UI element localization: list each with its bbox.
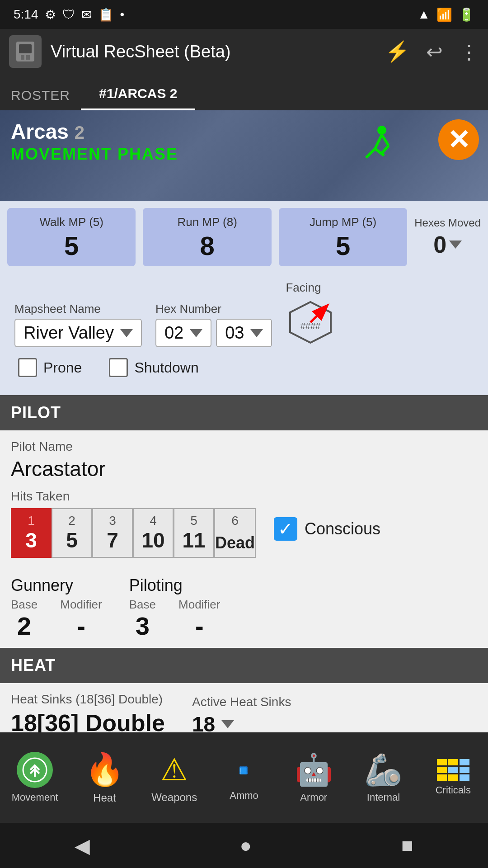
home-button[interactable]: ● xyxy=(239,834,252,857)
mail-icon: ✉ xyxy=(81,7,92,22)
svg-rect-2 xyxy=(21,55,24,60)
skills-row: Gunnery Base 2 Modifier - Piloting Base … xyxy=(11,576,477,639)
nav-armor-label: Armor xyxy=(300,792,327,803)
dot-icon: • xyxy=(120,7,125,22)
hits-label: Hits Taken xyxy=(11,489,477,504)
tab-main[interactable]: #1/ARCAS 2 xyxy=(81,79,195,110)
heat-icon: 🔥 xyxy=(85,751,124,788)
hit-box-3[interactable]: 3 7 xyxy=(92,508,133,558)
shutdown-checkbox[interactable] xyxy=(109,358,128,377)
nav-weapons-label: Weapons xyxy=(151,791,197,804)
conscious-checkbox[interactable]: ✓ xyxy=(274,517,297,541)
clipboard-icon: 📋 xyxy=(98,7,114,22)
mapsheet-dropdown-arrow[interactable] xyxy=(120,329,133,337)
nav-ammo[interactable]: 🔹 Ammo xyxy=(209,732,279,823)
movement-icon xyxy=(17,752,53,788)
conscious-row: ✓ Conscious xyxy=(274,508,380,541)
mp-row: Walk MP (5) 5 Run MP (8) 8 Jump MP (5) 5… xyxy=(7,208,481,266)
run-mp-box[interactable]: Run MP (8) 8 xyxy=(143,208,271,266)
hit-box-2[interactable]: 2 5 xyxy=(52,508,92,558)
mapsheet-row: Mapsheet Name River Valley Hex Number 02… xyxy=(7,274,481,347)
hexes-dropdown-arrow[interactable] xyxy=(449,241,462,249)
svg-line-6 xyxy=(366,149,375,158)
nav-movement-label: Movement xyxy=(12,792,58,803)
svg-line-8 xyxy=(382,135,389,146)
more-icon[interactable]: ⋮ xyxy=(459,40,479,63)
hex-number-field: Hex Number 02 03 xyxy=(155,302,272,347)
ammo-icon: 🔹 xyxy=(221,746,267,793)
hexes-moved-label: Hexes Moved xyxy=(414,217,481,229)
run-mp-label: Run MP (8) xyxy=(148,215,266,229)
hexes-moved-box: Hexes Moved 0 xyxy=(414,208,481,266)
heat-sinks-row: Heat Sinks (18[36] Double) 18[36] Double… xyxy=(11,692,477,736)
movement-phase: MOVEMENT PHASE xyxy=(11,145,178,164)
facing-field: Facing #### xyxy=(286,281,335,347)
svg-rect-1 xyxy=(19,44,32,53)
svg-point-4 xyxy=(377,126,386,135)
run-icon xyxy=(357,124,398,173)
nav-criticals[interactable]: Criticals xyxy=(418,732,488,823)
nav-movement[interactable]: Movement xyxy=(0,732,70,823)
jump-mp-value: 5 xyxy=(284,233,402,259)
prone-checkbox[interactable] xyxy=(18,358,37,377)
pilot-name-label: Pilot Name xyxy=(11,439,477,454)
close-button[interactable]: ✕ xyxy=(438,119,479,160)
nav-weapons[interactable]: ⚠ Weapons xyxy=(140,732,209,823)
svg-line-12 xyxy=(310,307,326,322)
app-title: Virtual RecSheet (Beta) xyxy=(51,42,376,61)
gunnery-label: Gunnery xyxy=(11,576,102,595)
pilot-section-header: PILOT xyxy=(0,395,488,430)
walk-mp-value: 5 xyxy=(13,233,130,259)
internal-icon: 🦾 xyxy=(364,752,403,788)
svg-rect-3 xyxy=(26,55,30,60)
app-bar: Virtual RecSheet (Beta) ⚡ ↩ ⋮ xyxy=(0,29,488,74)
nav-internal-label: Internal xyxy=(367,792,400,803)
piloting-label: Piloting xyxy=(129,576,221,595)
mapsheet-value[interactable]: River Valley xyxy=(14,319,142,347)
nav-internal[interactable]: 🦾 Internal xyxy=(348,732,418,823)
lightning-icon[interactable]: ⚡ xyxy=(385,40,410,63)
mapsheet-label: Mapsheet Name xyxy=(14,302,142,316)
movement-section: Walk MP (5) 5 Run MP (8) 8 Jump MP (5) 5… xyxy=(0,201,488,395)
status-right: ▲ 📶 🔋 xyxy=(418,7,474,22)
hit-box-1[interactable]: 1 3 xyxy=(11,508,52,558)
battery-icon: 🔋 xyxy=(459,7,474,22)
facing-label: Facing xyxy=(286,281,335,295)
tab-roster[interactable]: ROSTER xyxy=(0,80,81,110)
sys-nav: ◀ ● ■ xyxy=(0,823,488,868)
hex-row-arrow[interactable] xyxy=(250,329,263,337)
conscious-label: Conscious xyxy=(305,519,380,538)
status-left: 5:14 ⚙ 🛡 ✉ 📋 • xyxy=(14,7,124,22)
tab-bar: ROSTER #1/ARCAS 2 xyxy=(0,74,488,110)
walk-mp-box[interactable]: Walk MP (5) 5 xyxy=(7,208,136,266)
shutdown-label: Shutdown xyxy=(134,359,198,376)
nav-heat-label: Heat xyxy=(93,792,116,804)
mapsheet-field: Mapsheet Name River Valley xyxy=(14,302,142,347)
walk-mp-label: Walk MP (5) xyxy=(13,215,130,229)
undo-icon[interactable]: ↩ xyxy=(426,40,443,63)
heat-section-header: HEAT xyxy=(0,648,488,683)
recent-button[interactable]: ■ xyxy=(401,834,413,857)
facing-hex[interactable]: #### xyxy=(286,297,335,347)
hex-row-value[interactable]: 03 xyxy=(216,319,272,347)
status-bar: 5:14 ⚙ 🛡 ✉ 📋 • ▲ 📶 🔋 xyxy=(0,0,488,29)
criticals-icon xyxy=(437,759,469,781)
hit-box-dead[interactable]: 6 Dead xyxy=(214,508,256,558)
active-hs-arrow[interactable] xyxy=(221,720,234,728)
hex-col-arrow[interactable] xyxy=(190,329,202,337)
pilot-section: Pilot Name Arcastator Hits Taken 1 3 2 5… xyxy=(0,430,488,648)
pilot-name: Arcastator xyxy=(11,457,477,481)
nav-armor[interactable]: 🤖 Armor xyxy=(279,732,348,823)
hit-box-4[interactable]: 4 10 xyxy=(133,508,174,558)
back-button[interactable]: ◀ xyxy=(75,834,90,857)
prone-label: Prone xyxy=(43,359,82,376)
checkboxes-row: Prone Shutdown xyxy=(7,347,481,388)
hit-box-5[interactable]: 5 11 xyxy=(174,508,214,558)
shutdown-item: Shutdown xyxy=(109,358,198,377)
jump-mp-box[interactable]: Jump MP (5) 5 xyxy=(279,208,407,266)
hex-col-value[interactable]: 02 xyxy=(155,319,211,347)
heat-sinks-group: Heat Sinks (18[36] Double) 18[36] Double xyxy=(11,692,165,736)
nav-heat[interactable]: 🔥 Heat xyxy=(70,732,139,823)
heat-sinks-label: Heat Sinks (18[36] Double) xyxy=(11,692,165,707)
signal-icon: 📶 xyxy=(436,7,452,22)
